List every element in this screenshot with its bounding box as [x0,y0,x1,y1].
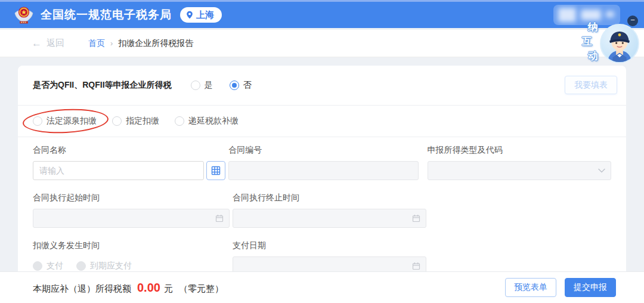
contract-end-label: 合同执行终止时间 [233,193,426,203]
obligation-radio-due: 到期应支付 [76,261,132,271]
radio-circle-icon [33,116,42,126]
blurred-detail [606,11,614,17]
mascot-bubble [600,24,639,63]
contract-start-field: 合同执行起始时间 [33,193,230,228]
app-header: 全国统一规范电子税务局 上海 [0,0,644,28]
qfii-question-label: 是否为QFII、RQFII等申报企业所得税 [33,80,172,91]
breadcrumb: ← 返回 首页 › 扣缴企业所得税报告 [0,30,644,57]
pay-date-label: 支付日期 [233,240,426,251]
contract-end-datepicker-disabled [233,209,426,228]
preview-form-button[interactable]: 预览表单 [505,278,556,297]
back-arrow-icon: ← [32,38,42,50]
contract-no-field: 合同编号 [228,145,418,180]
qfii-radio-no[interactable]: 否 [230,80,252,91]
contract-name-input[interactable] [33,161,204,180]
contract-form-area: 合同名称 合同编号 [18,137,626,271]
withhold-type-radio-statutory[interactable]: 法定源泉扣缴 [33,116,97,126]
mascot-char-2: 互 [582,35,592,48]
form-row-1: 合同名称 合同编号 [33,145,611,180]
form-row-2: 合同执行起始时间 合同执行终止时间 [33,193,611,228]
contract-name-field: 合同名称 [33,145,225,180]
pay-date-datepicker-disabled [233,256,426,271]
submit-declaration-button[interactable]: 提交申报 [565,278,616,297]
declaration-form-card: 是否为QFII、RQFII等申报企业所得税 是 否 我要填表 法定源泉扣缴 指定… [18,66,626,271]
obligation-time-label: 扣缴义务发生时间 [33,240,230,251]
withholding-type-row: 法定源泉扣缴 指定扣缴 递延税款补缴 [18,106,626,137]
contract-start-datepicker-disabled [33,209,230,228]
breadcrumb-home-link[interactable]: 首页 [88,38,105,49]
calendar-icon [412,262,420,270]
location-pin-icon [185,11,194,19]
obligation-due-label: 到期应支付 [90,261,132,271]
mascot-char-1: 纳 [588,20,598,34]
amount-label: 本期应补（退）所得税额 [33,283,131,295]
contract-name-label: 合同名称 [33,145,225,156]
contract-start-label: 合同执行起始时间 [33,193,230,203]
radio-circle-icon [175,116,184,126]
blurred-username [581,10,601,20]
calendar-icon [412,214,420,222]
income-type-field: 申报所得类型及代码 [428,145,612,180]
location-selector[interactable]: 上海 [180,7,222,23]
obligation-pay-label: 支付 [47,261,63,271]
qfii-no-label: 否 [243,80,252,91]
contract-end-field: 合同执行终止时间 [233,193,426,228]
contract-no-input-disabled [228,161,418,180]
mascot-char-3: 动 [588,49,598,63]
obligation-radio-pay: 支付 [33,261,63,271]
qfii-radio-yes[interactable]: 是 [191,80,213,91]
withhold-type-radio-designated[interactable]: 指定扣缴 [112,116,159,126]
qfii-question-row: 是否为QFII、RQFII等申报企业所得税 是 否 我要填表 [18,66,626,105]
tax-amount-summary: 本期应补（退）所得税额 0.00 元 （零元整） [33,281,224,295]
qfii-yes-label: 是 [205,80,213,91]
radio-circle-icon [191,81,200,90]
breadcrumb-separator: › [110,39,113,48]
tax-officer-avatar-icon [601,25,638,62]
tax-assistant-mascot[interactable]: 纳 互 动 [576,20,640,68]
calendar-icon [215,214,224,222]
radio-circle-icon [76,261,86,271]
withhold-type-label: 递延税款补缴 [188,116,239,126]
radio-circle-icon [112,116,122,126]
chevron-down-icon [598,168,605,173]
income-type-label: 申报所得类型及代码 [428,145,612,156]
blurred-avatar [558,8,576,22]
withhold-type-label: 指定扣缴 [126,116,159,126]
pay-date-field: 支付日期 [233,240,426,271]
income-type-select-disabled [428,161,612,180]
contract-lookup-button[interactable] [206,161,225,180]
withhold-type-label: 法定源泉扣缴 [47,116,97,126]
amount-unit: 元 [164,283,173,295]
back-label: 返回 [47,38,64,49]
obligation-time-field: 扣缴义务发生时间 支付 到期应支付 [33,240,230,271]
withhold-type-radio-deferred[interactable]: 递延税款补缴 [175,116,239,126]
radio-circle-icon [230,81,239,90]
action-footer: 本期应补（退）所得税额 0.00 元 （零元整） 预览表单 提交申报 [0,271,644,303]
minimize-icon[interactable]: − [627,16,638,26]
tax-bureau-logo-icon [13,4,35,26]
form-row-3: 扣缴义务发生时间 支付 到期应支付 支付日期 [33,240,611,271]
app-title: 全国统一规范电子税务局 [41,7,172,23]
fill-form-button[interactable]: 我要填表 [565,76,617,94]
table-grid-icon [211,166,221,175]
amount-in-words: （零元整） [179,283,224,295]
back-button[interactable]: ← 返回 [32,38,64,50]
breadcrumb-current-page: 扣缴企业所得税报告 [118,38,193,49]
amount-value: 0.00 [137,281,160,295]
contract-no-label: 合同编号 [228,145,418,156]
location-label: 上海 [196,10,214,21]
radio-circle-icon [33,261,42,271]
